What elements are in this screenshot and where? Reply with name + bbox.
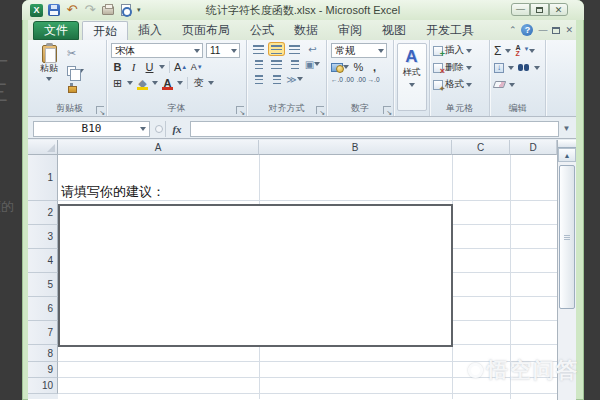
- align-top-button[interactable]: [251, 43, 266, 55]
- ribbon-tab[interactable]: 插入: [128, 21, 172, 40]
- sort-filter-button[interactable]: AZ: [515, 45, 525, 57]
- clear-button[interactable]: [493, 81, 507, 88]
- clear-dropdown-icon[interactable]: [509, 83, 515, 90]
- font-color-button[interactable]: A: [161, 76, 174, 90]
- font-name-combo[interactable]: 宋体: [111, 43, 203, 58]
- bold-button[interactable]: B: [111, 60, 124, 74]
- title-bar[interactable]: X ↶ ↷ ▾ 统计字符长度函数.xlsx - Microsoft Excel …: [22, 0, 584, 20]
- phonetic-dropdown-icon[interactable]: [208, 81, 214, 88]
- cell-a1-text[interactable]: 请填写你的建议：: [61, 183, 165, 201]
- currency-button[interactable]: [331, 62, 349, 72]
- row-header[interactable]: 8: [28, 345, 58, 362]
- wrap-text-button[interactable]: ↩: [305, 43, 320, 55]
- ribbon-tab[interactable]: 数据: [284, 21, 328, 40]
- select-all-corner[interactable]: [28, 140, 58, 155]
- format-dropdown-icon[interactable]: [466, 83, 472, 90]
- name-box[interactable]: B10: [33, 121, 150, 137]
- number-dialog-launcher-icon[interactable]: [383, 106, 391, 114]
- format-cells-button[interactable]: ✦ 格式: [433, 77, 489, 92]
- styles-button[interactable]: A 样式: [397, 43, 427, 111]
- workbook-close-icon[interactable]: ✕: [565, 25, 573, 35]
- formula-input[interactable]: [190, 121, 559, 137]
- close-button[interactable]: ✕: [549, 3, 568, 16]
- help-icon[interactable]: ?: [521, 24, 533, 36]
- fill-button[interactable]: ↓: [494, 63, 504, 73]
- name-box-dropdown-icon[interactable]: [140, 127, 146, 134]
- sort-dropdown-icon[interactable]: [529, 49, 535, 56]
- percent-button[interactable]: %: [352, 60, 365, 74]
- insert-dropdown-icon[interactable]: [466, 49, 472, 56]
- font-dialog-launcher-icon[interactable]: [236, 106, 244, 114]
- ribbon-tab[interactable]: 审阅: [328, 21, 372, 40]
- column-header[interactable]: A: [58, 140, 259, 155]
- delete-dropdown-icon[interactable]: [466, 66, 472, 73]
- split-handle[interactable]: [558, 140, 576, 148]
- underline-button[interactable]: U: [143, 60, 156, 74]
- expand-formula-bar-icon[interactable]: ▼: [559, 121, 574, 137]
- format-painter-button[interactable]: [65, 80, 86, 95]
- ribbon-tab[interactable]: 开发工具: [416, 21, 484, 40]
- fill-dropdown-icon[interactable]: [508, 66, 514, 73]
- row-header[interactable]: 7: [28, 321, 58, 345]
- column-header[interactable]: D: [510, 140, 557, 155]
- row-header[interactable]: 9: [28, 362, 58, 378]
- row-header[interactable]: 2: [28, 201, 58, 225]
- paste-dropdown-icon[interactable]: [46, 77, 52, 84]
- insert-cells-button[interactable]: + 插入: [433, 43, 489, 58]
- orientation-dropdown-icon[interactable]: [297, 77, 303, 84]
- borders-button[interactable]: ⊞: [111, 76, 124, 90]
- fill-color-button[interactable]: ◆: [136, 76, 149, 90]
- scroll-up-button[interactable]: ▲: [558, 148, 576, 162]
- find-dropdown-icon[interactable]: [534, 66, 540, 73]
- minimize-ribbon-icon[interactable]: ⌃: [509, 25, 517, 35]
- align-right-button[interactable]: [287, 58, 302, 70]
- font-name-dropdown-icon[interactable]: [194, 49, 200, 56]
- align-bottom-button[interactable]: [287, 43, 302, 55]
- phonetic-button[interactable]: 变: [192, 76, 205, 90]
- row-header[interactable]: 4: [28, 249, 58, 273]
- styles-dropdown-icon[interactable]: [409, 83, 415, 90]
- copy-button[interactable]: [65, 63, 86, 78]
- number-format-combo[interactable]: 常规: [331, 43, 387, 58]
- font-size-combo[interactable]: 11: [206, 43, 240, 58]
- merge-dropdown-icon[interactable]: [314, 62, 320, 69]
- merge-center-button[interactable]: ▣: [305, 58, 320, 70]
- number-format-dropdown-icon[interactable]: [378, 49, 384, 56]
- ribbon-tab[interactable]: 开始: [82, 21, 128, 40]
- align-center-button[interactable]: [269, 58, 284, 70]
- autosum-dropdown-icon[interactable]: [505, 49, 511, 56]
- comma-button[interactable]: ,: [368, 60, 381, 74]
- scrollbar-thumb[interactable]: [559, 165, 575, 309]
- ribbon-tab[interactable]: 页面布局: [172, 21, 240, 40]
- ribbon-tab[interactable]: 文件: [33, 21, 79, 40]
- increase-font-button[interactable]: A▲: [174, 60, 187, 74]
- ribbon-tab[interactable]: 视图: [372, 21, 416, 40]
- fill-color-dropdown-icon[interactable]: [152, 81, 158, 88]
- row-header[interactable]: 5: [28, 273, 58, 297]
- borders-dropdown-icon[interactable]: [127, 81, 133, 88]
- suggestion-text-box[interactable]: [58, 204, 453, 347]
- italic-button[interactable]: I: [127, 60, 140, 74]
- font-color-dropdown-icon[interactable]: [177, 81, 183, 88]
- ribbon-tab[interactable]: 公式: [240, 21, 284, 40]
- align-left-button[interactable]: [251, 58, 266, 70]
- row-header[interactable]: 6: [28, 297, 58, 321]
- maximize-button[interactable]: [530, 3, 549, 16]
- find-select-button[interactable]: [518, 64, 530, 71]
- align-middle-button[interactable]: [269, 43, 284, 55]
- font-size-dropdown-icon[interactable]: [231, 49, 237, 56]
- delete-cells-button[interactable]: × 删除: [433, 60, 489, 75]
- workbook-restore-icon[interactable]: [552, 27, 560, 34]
- workbook-minimize-icon[interactable]: —: [538, 25, 547, 35]
- increase-decimal-button[interactable]: ←.0 .00: [331, 76, 354, 83]
- minimize-button[interactable]: —: [511, 3, 530, 16]
- autosum-button[interactable]: Σ: [494, 44, 501, 58]
- underline-dropdown-icon[interactable]: [159, 65, 165, 72]
- increase-indent-button[interactable]: [269, 73, 284, 85]
- insert-function-button[interactable]: fx: [166, 123, 188, 135]
- decrease-decimal-button[interactable]: .00 →.0: [357, 76, 380, 83]
- decrease-indent-button[interactable]: [251, 73, 266, 85]
- clipboard-dialog-launcher-icon[interactable]: [96, 106, 104, 114]
- alignment-dialog-launcher-icon[interactable]: [316, 106, 324, 114]
- row-header[interactable]: 3: [28, 225, 58, 249]
